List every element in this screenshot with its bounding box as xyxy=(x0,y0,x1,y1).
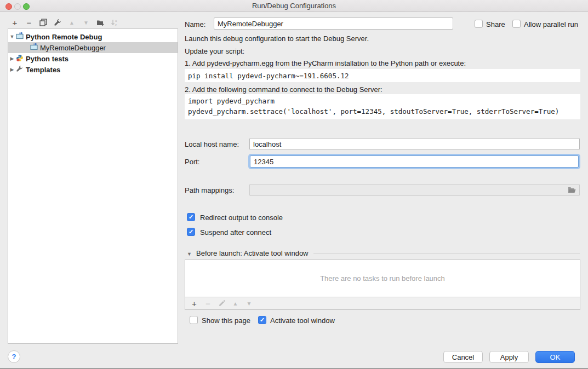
help-icon: ? xyxy=(12,353,16,361)
new-folder-button[interactable] xyxy=(93,17,107,28)
suspend-after-connect-checkbox[interactable] xyxy=(187,228,195,236)
remove-task-button[interactable]: − xyxy=(201,298,215,309)
task-list-toolbar: + − ▲ ▼ xyxy=(185,297,580,310)
add-configuration-button[interactable]: + xyxy=(8,17,22,28)
edit-defaults-button[interactable] xyxy=(50,17,65,28)
sort-alphabetically-icon: az xyxy=(111,19,118,26)
help-button[interactable]: ? xyxy=(8,350,20,363)
configurations-tree: ▼ Python Remote Debug MyRemoteDebugger ▶… xyxy=(8,28,178,344)
sort-configurations-button[interactable]: az xyxy=(107,17,122,28)
local-host-name-input[interactable] xyxy=(249,138,580,150)
chevron-collapsed-icon[interactable]: ▶ xyxy=(8,67,16,72)
copy-icon xyxy=(39,19,47,26)
allow-parallel-run-checkbox[interactable] xyxy=(512,20,521,28)
move-up-button[interactable]: ▲ xyxy=(65,17,79,28)
suspend-after-connect-label: Suspend after connect xyxy=(200,228,271,237)
open-folder-icon[interactable] xyxy=(568,186,576,196)
add-task-button[interactable]: + xyxy=(187,298,201,309)
remote-debug-config-icon xyxy=(16,32,26,41)
redirect-output-label: Redirect output to console xyxy=(200,214,283,222)
before-launch-divider xyxy=(313,253,580,254)
update-script-text: Update your script: xyxy=(185,47,244,55)
activate-tool-window-label: Activate tool window xyxy=(270,316,335,325)
show-this-page-label: Show this page xyxy=(202,316,250,325)
before-launch-title: Before launch: Activate tool window xyxy=(196,249,309,257)
allow-parallel-run-label: Allow parallel run xyxy=(524,20,578,28)
edit-task-button[interactable] xyxy=(215,298,229,309)
tree-item-label: Templates xyxy=(26,66,60,74)
path-mappings-label: Path mappings: xyxy=(185,186,234,194)
new-folder-icon xyxy=(96,19,105,26)
copy-configuration-button[interactable] xyxy=(36,17,50,28)
step1-text: 1. Add pydevd-pycharm.egg from the PyCha… xyxy=(185,59,466,67)
move-down-icon: ▼ xyxy=(83,20,89,26)
show-this-page-checkbox[interactable] xyxy=(190,316,198,324)
move-up-icon: ▲ xyxy=(69,20,75,26)
tree-item-python-remote-debug[interactable]: ▼ Python Remote Debug xyxy=(8,31,178,42)
move-task-down-button[interactable]: ▼ xyxy=(242,298,256,309)
settrace-code-snippet: import pydevd_pycharm pydevd_pycharm.set… xyxy=(185,94,580,119)
cancel-button[interactable]: Cancel xyxy=(443,351,483,363)
title-bar: Run/Debug Configurations xyxy=(0,0,588,12)
remote-debug-config-icon xyxy=(30,43,40,52)
configurations-toolbar: + − ▲ ▼ az xyxy=(8,17,122,28)
no-tasks-message: There are no tasks to run before launch xyxy=(320,274,445,282)
svg-text:a: a xyxy=(115,19,117,22)
before-launch-task-list: There are no tasks to run before launch xyxy=(185,260,580,297)
tree-item-python-tests[interactable]: ▶ Python tests xyxy=(8,53,178,64)
pencil-icon xyxy=(218,300,225,307)
window-title: Run/Debug Configurations xyxy=(0,2,588,10)
before-launch-collapse-icon[interactable]: ▼ xyxy=(187,251,192,257)
launch-description: Launch this debug configuration to start… xyxy=(185,34,369,43)
add-icon: + xyxy=(13,18,18,27)
port-label: Port: xyxy=(185,158,199,166)
local-host-name-label: Local host name: xyxy=(185,140,239,148)
move-down-button[interactable]: ▼ xyxy=(79,17,93,28)
activate-tool-window-checkbox[interactable] xyxy=(258,316,266,324)
remove-icon: − xyxy=(27,18,32,27)
share-checkbox[interactable] xyxy=(475,20,483,28)
ok-button[interactable]: OK xyxy=(535,351,575,363)
tree-item-label: Python tests xyxy=(26,55,68,63)
move-task-up-button[interactable]: ▲ xyxy=(229,298,242,309)
remove-configuration-button[interactable]: − xyxy=(22,17,36,28)
svg-text:z: z xyxy=(115,23,117,26)
tree-item-label: Python Remote Debug xyxy=(26,33,102,41)
path-mappings-field[interactable] xyxy=(249,184,580,196)
tree-item-myremotedebugger[interactable]: MyRemoteDebugger xyxy=(8,42,178,53)
redirect-output-checkbox[interactable] xyxy=(187,213,195,221)
move-down-icon: ▼ xyxy=(247,301,252,307)
step2-text: 2. Add the following command to connect … xyxy=(185,85,383,94)
apply-button[interactable]: Apply xyxy=(489,351,529,363)
move-up-icon: ▲ xyxy=(233,301,238,307)
wrench-icon xyxy=(16,65,26,74)
name-label: Name: xyxy=(185,20,205,28)
python-icon xyxy=(16,54,26,64)
pip-install-command: pip install pydevd-pycharm~=191.6605.12 xyxy=(185,69,580,82)
wrench-icon xyxy=(54,19,61,26)
share-label: Share xyxy=(486,20,505,28)
port-input[interactable] xyxy=(250,155,579,168)
tree-item-label: MyRemoteDebugger xyxy=(40,44,106,52)
chevron-collapsed-icon[interactable]: ▶ xyxy=(8,56,16,61)
add-icon: + xyxy=(192,299,197,308)
chevron-expanded-icon[interactable]: ▼ xyxy=(8,34,16,39)
run-debug-configurations-dialog: Run/Debug Configurations + − ▲ ▼ az ▼ Py… xyxy=(0,0,588,369)
tree-item-templates[interactable]: ▶ Templates xyxy=(8,64,178,75)
name-input[interactable] xyxy=(214,18,453,30)
remove-icon: − xyxy=(205,299,210,308)
